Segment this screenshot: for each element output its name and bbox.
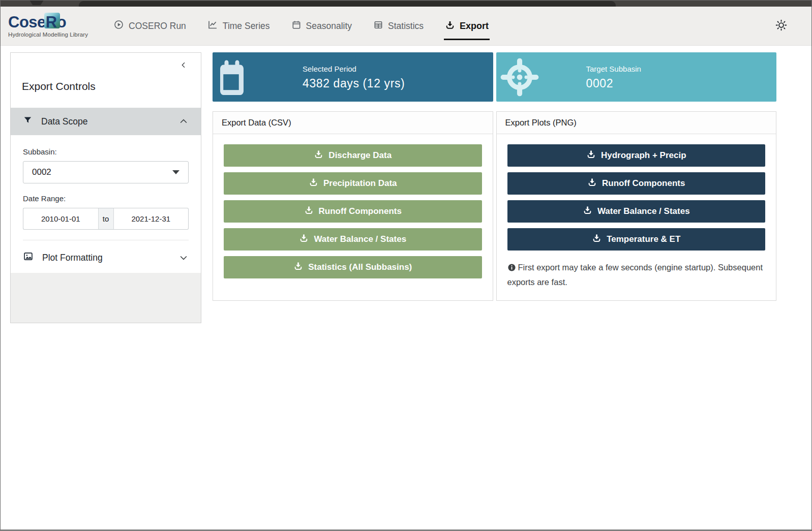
line-chart-icon: [207, 19, 218, 33]
export-button-label: Water Balance / States: [314, 234, 406, 244]
export-note-text: First export may take a few seconds (eng…: [507, 263, 763, 287]
section-label: Plot Formatting: [42, 253, 103, 263]
png-panel-body: Hydrograph + Precip Runoff Components: [497, 134, 776, 299]
info-icon: [507, 263, 516, 276]
date-range-group: to: [23, 208, 189, 230]
export-button-label: Hydrograph + Precip: [601, 150, 686, 161]
download-icon: [309, 177, 318, 190]
export-controls-sidebar: Export Controls Data Scope Subbasin: 000…: [10, 52, 201, 323]
sidebar-collapse-button[interactable]: [179, 61, 188, 71]
export-csv-button[interactable]: Statistics (All Subbasins): [224, 256, 482, 278]
export-button-label: Water Balance / States: [597, 206, 690, 216]
download-icon: [592, 233, 602, 245]
tab-label: Time Series: [223, 21, 270, 32]
sidebar-head: Export Controls: [11, 53, 201, 108]
tab-label: Seasonality: [306, 21, 352, 32]
page-content: Export Controls Data Scope Subbasin: 000…: [0, 46, 812, 323]
main-nav: COSERO Run Time Series Seasonality Stati…: [113, 7, 489, 46]
png-button-list: Hydrograph + Precip Runoff Components: [507, 144, 766, 251]
date-end-input[interactable]: [114, 208, 189, 230]
png-panel-title: Export Plots (PNG): [497, 112, 776, 134]
image-icon: [23, 251, 34, 264]
play-circle-icon: [113, 19, 124, 33]
browser-tab-nub: [29, 0, 44, 5]
tab-statistics[interactable]: Statistics: [373, 7, 424, 46]
filter-icon: [23, 115, 33, 128]
csv-panel-title: Export Data (CSV): [213, 112, 493, 134]
calendar-large-icon: [217, 58, 247, 97]
theme-toggle-button[interactable]: [775, 19, 788, 34]
tab-export[interactable]: Export: [445, 7, 489, 46]
subbasin-select[interactable]: 0002: [23, 161, 189, 183]
logo-part-cose: Cose: [8, 15, 46, 30]
logo-part-r: R: [46, 13, 57, 31]
caret-down-icon: [172, 170, 179, 174]
sidebar-divider: [23, 240, 189, 240]
export-button-label: Runoff Components: [602, 178, 685, 189]
subbasin-label: Subbasin:: [23, 147, 189, 156]
export-button-label: Temperature & ET: [607, 234, 680, 244]
calendar-icon: [291, 20, 302, 33]
date-range-separator: to: [98, 208, 114, 230]
export-csv-button[interactable]: Water Balance / States: [224, 228, 482, 251]
card-label: Selected Period: [303, 64, 405, 73]
sidebar-title: Export Controls: [22, 80, 190, 92]
table-icon: [373, 20, 383, 33]
date-range-label: Date Range:: [23, 194, 189, 203]
export-png-button[interactable]: Temperature & ET: [507, 228, 766, 251]
download-icon: [586, 149, 596, 162]
chevron-left-icon: [179, 62, 188, 71]
browser-chrome-strip: [0, 0, 812, 7]
app-logo: CoseRo Hydrological Modelling Library: [8, 15, 88, 38]
subbasin-select-value: 0002: [32, 167, 51, 177]
export-main: Selected Period 4382 days (12 yrs): [213, 52, 776, 301]
export-note: First export may take a few seconds (eng…: [507, 261, 766, 289]
export-png-button[interactable]: Water Balance / States: [507, 200, 766, 223]
card-value: 0002: [586, 76, 641, 90]
sun-icon: [775, 19, 788, 34]
export-csv-button[interactable]: Discharge Data: [224, 144, 482, 167]
section-data-scope[interactable]: Data Scope: [11, 108, 201, 135]
tab-cosero-run[interactable]: COSERO Run: [113, 7, 186, 46]
download-icon: [304, 205, 314, 217]
export-button-label: Precipitation Data: [323, 178, 397, 189]
export-png-button[interactable]: Hydrograph + Precip: [507, 144, 766, 167]
export-png-button[interactable]: Runoff Components: [507, 172, 766, 195]
logo-globe-badge: R: [46, 15, 57, 30]
chevron-down-icon: [178, 253, 189, 263]
card-text: Target Subbasin 0002: [586, 64, 641, 90]
summary-card-subbasin: Target Subbasin 0002: [496, 52, 777, 102]
export-button-label: Statistics (All Subbasins): [308, 262, 412, 272]
app-header: CoseRo Hydrological Modelling Library CO…: [0, 7, 812, 46]
export-csv-button[interactable]: Precipitation Data: [224, 172, 482, 195]
section-plot-formatting[interactable]: Plot Formatting: [11, 242, 201, 273]
png-export-panel: Export Plots (PNG) Hydrograph + Precip: [496, 111, 777, 301]
tab-time-series[interactable]: Time Series: [207, 7, 270, 46]
section-label: Data Scope: [41, 116, 87, 127]
summary-cards: Selected Period 4382 days (12 yrs): [213, 52, 776, 102]
download-icon: [299, 233, 309, 245]
download-icon: [587, 177, 597, 190]
export-button-label: Discharge Data: [328, 150, 392, 161]
summary-card-period: Selected Period 4382 days (12 yrs): [213, 52, 493, 102]
csv-panel-body: Discharge Data Precipitation Data: [213, 134, 493, 289]
export-button-label: Runoff Components: [319, 206, 402, 216]
sidebar-footer: [11, 273, 201, 323]
date-start-input[interactable]: [23, 208, 98, 230]
download-icon: [293, 261, 303, 273]
csv-button-list: Discharge Data Precipitation Data: [224, 144, 482, 278]
tab-seasonality[interactable]: Seasonality: [291, 7, 352, 46]
card-value: 4382 days (12 yrs): [303, 76, 405, 90]
browser-tab: [79, 1, 616, 7]
export-csv-button[interactable]: Runoff Components: [224, 200, 482, 223]
card-label: Target Subbasin: [586, 64, 641, 73]
tab-label: Export: [460, 21, 489, 32]
download-icon: [583, 205, 592, 217]
data-scope-body: Subbasin: 0002 Date Range: to: [11, 135, 201, 242]
export-panels: Export Data (CSV) Discharge Data: [213, 111, 776, 301]
card-text: Selected Period 4382 days (12 yrs): [303, 64, 405, 90]
download-icon: [314, 149, 323, 162]
csv-export-panel: Export Data (CSV) Discharge Data: [213, 111, 493, 301]
logo-subtitle: Hydrological Modelling Library: [8, 32, 88, 38]
target-icon: [500, 57, 539, 98]
